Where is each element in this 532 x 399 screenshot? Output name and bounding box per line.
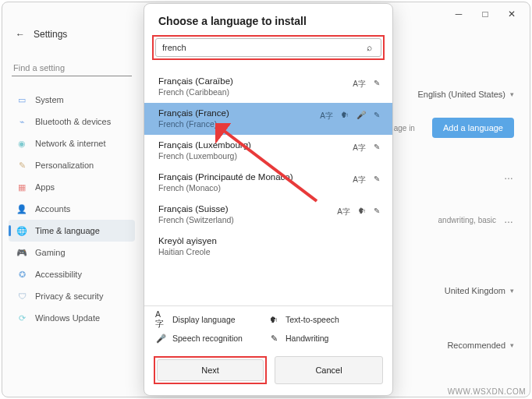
dialog-buttons: Next Cancel [144, 351, 392, 395]
next-highlight: Next [154, 356, 267, 384]
back-icon: ← [15, 29, 26, 40]
maximize-button[interactable]: □ [472, 3, 498, 25]
nav-privacy[interactable]: 🛡 Privacy & security [9, 285, 135, 307]
speech-icon: 🎤 [155, 333, 166, 344]
lang-english: French (Caribbean) [158, 87, 378, 97]
system-icon: ▭ [16, 94, 27, 105]
apps-icon: ▦ [16, 182, 27, 192]
minimize-button[interactable]: ─ [445, 3, 472, 25]
clock-globe-icon: 🌐 [16, 225, 27, 236]
lang-native: Kreyòl ayisyen [158, 236, 378, 245]
nav-label: Windows Update [35, 313, 100, 323]
handwriting-icon: ✎ [374, 111, 380, 122]
search-highlight: ⌕ [152, 35, 385, 60]
nav-label: Accessibility [35, 270, 82, 279]
handwriting-icon: ✎ [374, 175, 380, 185]
region-format-dropdown[interactable]: Recommended ▾ [447, 341, 514, 350]
close-button[interactable]: ✕ [498, 3, 525, 25]
nav-bluetooth[interactable]: ⌁ Bluetooth & devices [9, 111, 135, 132]
chevron-down-icon: ▾ [510, 341, 514, 349]
feature-badges: A字 ✎ [353, 175, 380, 185]
lang-native: Français (Principauté de Monaco) [158, 172, 378, 182]
nav-gaming[interactable]: 🎮 Gaming [9, 242, 135, 263]
legend-display: A字 Display language [155, 314, 268, 325]
legend-tts: 🗣 Text-to-speech [268, 314, 381, 325]
display-lang-icon: A字 [155, 314, 166, 325]
nav-accessibility[interactable]: ✪ Accessibility [9, 263, 135, 285]
region-format-value: Recommended [447, 341, 505, 350]
display-lang-icon: A字 [353, 175, 366, 185]
display-language-value: English (United States) [418, 90, 506, 99]
nav-label: Network & internet [35, 139, 105, 148]
feature-badges: A字 ✎ [353, 143, 380, 154]
nav-label: Bluetooth & devices [35, 117, 111, 126]
language-result[interactable]: Kreyòl ayisyen Haitian Creole [144, 231, 392, 263]
shield-icon: 🛡 [16, 291, 27, 302]
lang-native: Français (Luxembourg) [158, 140, 378, 150]
nav-label: Apps [35, 182, 55, 192]
accessibility-icon: ✪ [16, 269, 27, 280]
language-result-selected[interactable]: Français (France) French (France) A字 🗣 🎤… [144, 103, 392, 135]
nav-label: Gaming [35, 248, 66, 257]
language-result[interactable]: Français (Luxembourg) French (Luxembourg… [144, 135, 392, 167]
language-result[interactable]: Français (Caraïbe) French (Caribbean) A字… [144, 71, 392, 103]
legend-label: Display language [172, 315, 236, 324]
legend-label: Speech recognition [172, 334, 243, 343]
tts-icon: 🗣 [341, 111, 349, 122]
cancel-button[interactable]: Cancel [275, 356, 383, 384]
nav-personalization[interactable]: ✎ Personalization [9, 154, 135, 176]
nav-apps[interactable]: ▦ Apps [9, 176, 135, 198]
feature-badges: A字 🗣 ✎ [337, 207, 380, 217]
feature-legend: A字 Display language 🗣 Text-to-speech 🎤 S… [144, 305, 392, 351]
nav-accounts[interactable]: 👤 Accounts [9, 198, 135, 220]
gamepad-icon: 🎮 [16, 247, 27, 258]
handwriting-icon: ✎ [268, 333, 279, 344]
person-icon: 👤 [16, 203, 27, 214]
legend-handwriting: ✎ Handwriting [268, 333, 381, 344]
sidebar: ← Settings Find a setting ▭ System ⌁ Blu… [2, 26, 141, 397]
lang-native: Français (Caraïbe) [158, 76, 378, 86]
language-results: Français (Caraïbe) French (Caribbean) A字… [144, 71, 392, 305]
find-setting-input[interactable]: Find a setting [12, 60, 132, 76]
sync-icon: ⟳ [16, 312, 27, 323]
install-language-dialog: Choose a language to install ⌕ Français … [144, 3, 393, 396]
more-icon[interactable]: … [504, 214, 514, 225]
language-search-input[interactable]: ⌕ [155, 38, 381, 57]
wifi-icon: ◉ [16, 138, 27, 149]
nav-network[interactable]: ◉ Network & internet [9, 132, 135, 154]
nav-label: Personalization [35, 161, 94, 170]
lang-english: French (Luxembourg) [158, 151, 378, 161]
display-lang-icon: A字 [353, 79, 366, 90]
feature-badges: A字 🗣 🎤 ✎ [320, 111, 380, 122]
lang-english: Haitian Creole [158, 247, 378, 256]
nav-windows-update[interactable]: ⟳ Windows Update [9, 307, 135, 329]
language-result[interactable]: Français (Suisse) French (Switzerland) A… [144, 199, 392, 231]
handwriting-icon: ✎ [374, 207, 380, 217]
speech-icon: 🎤 [356, 111, 366, 122]
legend-label: Text-to-speech [286, 315, 339, 324]
nav-label: Accounts [35, 204, 70, 214]
tts-icon: 🗣 [268, 314, 279, 325]
sign-in-text-tail: age in [394, 124, 415, 132]
back-row[interactable]: ← Settings [9, 26, 135, 49]
find-placeholder: Find a setting [13, 63, 65, 72]
nav-time-language[interactable]: 🌐 Time & language [9, 220, 135, 242]
search-field[interactable] [162, 43, 364, 52]
nav-label: Time & language [35, 226, 100, 235]
more-icon[interactable]: … [504, 171, 514, 182]
dialog-title: Choose a language to install [144, 12, 392, 35]
region-dropdown[interactable]: United Kingdom ▾ [445, 286, 514, 295]
region-value: United Kingdom [445, 286, 505, 295]
language-result[interactable]: Français (Principauté de Monaco) French … [144, 167, 392, 199]
handwriting-icon: ✎ [374, 143, 380, 154]
features-text-tail: andwriting, basic [438, 216, 496, 224]
legend-label: Handwriting [286, 334, 328, 343]
legend-speech: 🎤 Speech recognition [155, 333, 268, 344]
display-lang-icon: A字 [337, 207, 350, 217]
nav-system[interactable]: ▭ System [9, 89, 135, 111]
add-language-button[interactable]: Add a language [432, 118, 514, 138]
chevron-down-icon: ▾ [510, 287, 514, 295]
tts-icon: 🗣 [358, 207, 366, 217]
next-button[interactable]: Next [157, 359, 264, 381]
chevron-down-icon: ▾ [510, 90, 514, 98]
